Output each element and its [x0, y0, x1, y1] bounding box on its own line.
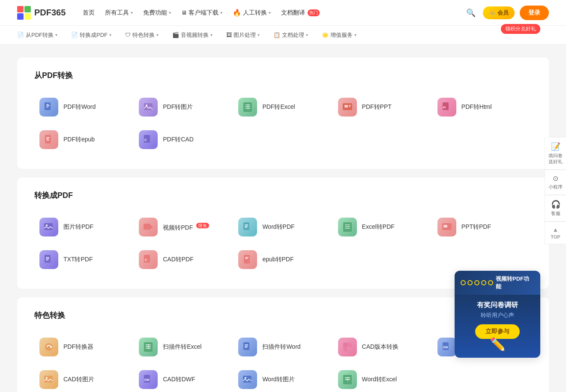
- tool-pdf-to-word[interactable]: PDF转Word: [34, 91, 134, 123]
- subnav-image[interactable]: 🖼 图片处理 ▾: [226, 26, 260, 45]
- svg-rect-18: [46, 137, 50, 138]
- tool-word-to-image[interactable]: Word转图片: [233, 363, 332, 392]
- vip-button[interactable]: 👑 会员: [483, 6, 515, 19]
- search-button[interactable]: 🔍: [464, 6, 478, 20]
- banner-body: 有奖问卷调研 聆听用户心声 立即参与 ✏️: [455, 295, 540, 358]
- nav-translate[interactable]: 文档翻译 热门: [281, 9, 320, 17]
- tool-icon: [338, 218, 357, 236]
- survey-icon: 📝: [551, 142, 560, 151]
- tool-name: Excel转PDF: [362, 223, 395, 231]
- svg-rect-31: [343, 222, 352, 232]
- tool-icon: [139, 218, 158, 236]
- svg-rect-44: [245, 257, 249, 258]
- tool-grid-to-pdf: 图片转PDF 视频转PDF 限免 Word转PDF: [34, 211, 532, 276]
- tool-excel-to-pdf[interactable]: Excel转PDF: [333, 211, 432, 243]
- tool-name: 扫描件转Word: [262, 343, 300, 351]
- svg-point-24: [46, 224, 48, 226]
- nav-free[interactable]: 免费功能▾: [143, 9, 171, 17]
- tool-pdf-to-image[interactable]: PDF转图片: [134, 91, 233, 123]
- tool-icon: [338, 370, 357, 389]
- floating-banner: 视频转PDF功能 有奖问卷调研 聆听用户心声 立即参与 ✏️: [455, 271, 540, 358]
- svg-rect-1: [46, 104, 49, 105]
- tool-cad-to-pdf[interactable]: C CAD转PDF: [134, 243, 233, 276]
- tool-cad-version[interactable]: CAD版本转换: [333, 331, 432, 363]
- sidebar-top-btn[interactable]: ▲ TOP: [545, 221, 566, 244]
- tool-name: 扫描件转Excel: [163, 343, 201, 351]
- nav-home[interactable]: 首页: [83, 9, 95, 17]
- tool-scan-to-word[interactable]: 扫描件转Word: [233, 331, 332, 363]
- svg-rect-40: [46, 260, 48, 260]
- subnav-to-pdf[interactable]: 📄 转换成PDF ▾: [71, 26, 111, 45]
- tool-word-to-pdf[interactable]: Word转PDF: [233, 211, 332, 243]
- svg-rect-3: [46, 107, 48, 108]
- tool-pdf-to-epub[interactable]: PDF转epub: [34, 123, 134, 156]
- tool-cad-to-image[interactable]: CAD转图片: [34, 363, 134, 392]
- banner-subtitle2: 聆听用户心声: [461, 311, 534, 319]
- tool-icon: [139, 338, 158, 356]
- tool-image-to-pdf[interactable]: 图片转PDF: [34, 211, 134, 243]
- svg-rect-13: [349, 105, 351, 106]
- subnav-special[interactable]: 🛡 特色转换 ▾: [125, 26, 159, 45]
- svg-text:C: C: [144, 138, 147, 142]
- tool-name: 图片转PDF: [63, 223, 93, 231]
- tool-name: Word转Excel: [362, 376, 397, 383]
- subnav-av[interactable]: 🎬 音视频转换 ▾: [172, 26, 213, 45]
- tool-name: TXT转PDF: [63, 256, 93, 263]
- tool-video-to-pdf[interactable]: 视频转PDF 限免: [134, 211, 233, 243]
- logo-text: PDF365: [34, 8, 66, 18]
- top-label: TOP: [551, 234, 560, 239]
- logo[interactable]: PDF365: [17, 6, 66, 20]
- hot-badge: 热门: [308, 9, 320, 16]
- header: PDF365 首页 所有工具▾ 免费功能▾ 🖥 客户端下载 ▾ 🔥 人工转换 ▾…: [0, 0, 566, 26]
- tool-epub-to-pdf[interactable]: epub转PDF: [233, 243, 332, 276]
- arrow-icon: ▾: [258, 26, 260, 45]
- miniapp-icon: ⊙: [553, 174, 558, 183]
- subnav-doc[interactable]: 📋 文档处理 ▾: [273, 26, 308, 45]
- tool-name: PDF转换器: [63, 343, 93, 351]
- svg-rect-57: [343, 343, 347, 347]
- arrow-icon: ▾: [306, 26, 308, 45]
- tool-txt-to-pdf[interactable]: TXT转PDF: [34, 243, 134, 276]
- tool-icon-pdf-to-html: H: [437, 98, 456, 117]
- login-button[interactable]: 登录: [520, 6, 549, 20]
- svg-rect-32: [345, 224, 350, 225]
- tool-pdf-converter[interactable]: PDF转换器: [34, 331, 134, 363]
- tool-icon: [238, 370, 257, 389]
- svg-rect-59: [343, 347, 347, 351]
- tool-pdf-to-cad[interactable]: C PDF转CAD: [134, 123, 233, 156]
- tool-icon: [238, 338, 257, 356]
- tool-icon-pdf-to-cad: C: [139, 130, 158, 149]
- tool-icon: [39, 370, 58, 389]
- banner-header: 视频转PDF功能: [455, 271, 540, 295]
- tool-ppt-to-pdf[interactable]: PPT转PDF: [432, 211, 532, 243]
- nav-tools[interactable]: 所有工具▾: [105, 9, 133, 17]
- tool-name: CAD转DWF: [163, 376, 195, 383]
- tool-grid-from-pdf: PDF转Word PDF转图片 PDF转Excel PDF转PPT: [34, 91, 532, 156]
- subnav-value[interactable]: 🌟 增值服务 ▾: [322, 26, 356, 45]
- nav-download[interactable]: 🖥 客户端下载 ▾: [181, 9, 222, 17]
- tool-name: PPT转PDF: [461, 223, 491, 231]
- tool-cad-to-dwf[interactable]: DW CAD转DWF: [134, 363, 233, 392]
- subnav-from-pdf[interactable]: 📄 从PDF转换 ▾: [17, 26, 57, 45]
- gift-badge[interactable]: 领积分兑好礼: [501, 24, 540, 34]
- sidebar-miniapp-btn[interactable]: ⊙ 小程序: [545, 170, 566, 195]
- sidebar-service-btn[interactable]: 🎧 客服: [545, 195, 566, 221]
- svg-rect-71: [347, 377, 348, 382]
- arrow-icon: ▾: [210, 26, 213, 45]
- tool-pdf-to-html[interactable]: H PDF转Html: [432, 91, 532, 123]
- svg-rect-54: [245, 344, 248, 345]
- svg-point-63: [46, 377, 48, 379]
- sidebar-survey-btn[interactable]: 📝 填问卷送好礼: [545, 137, 566, 170]
- tool-icon: C: [139, 250, 158, 269]
- nav-human[interactable]: 🔥 人工转换 ▾: [233, 9, 271, 17]
- arrow-icon: ▾: [220, 10, 222, 15]
- tool-pdf-to-ppt[interactable]: PDF转PPT: [333, 91, 432, 123]
- tool-pdf-to-excel[interactable]: PDF转Excel: [233, 91, 332, 123]
- tool-icon: [39, 250, 58, 269]
- tool-word-to-excel[interactable]: Word转Excel: [333, 363, 432, 392]
- svg-marker-26: [150, 225, 153, 229]
- tool-name: PDF转Word: [63, 103, 96, 111]
- tool-scan-to-excel[interactable]: 扫描件转Excel: [134, 331, 233, 363]
- tool-icon: [238, 218, 257, 236]
- section-title-to-pdf: 转换成PDF: [34, 190, 532, 200]
